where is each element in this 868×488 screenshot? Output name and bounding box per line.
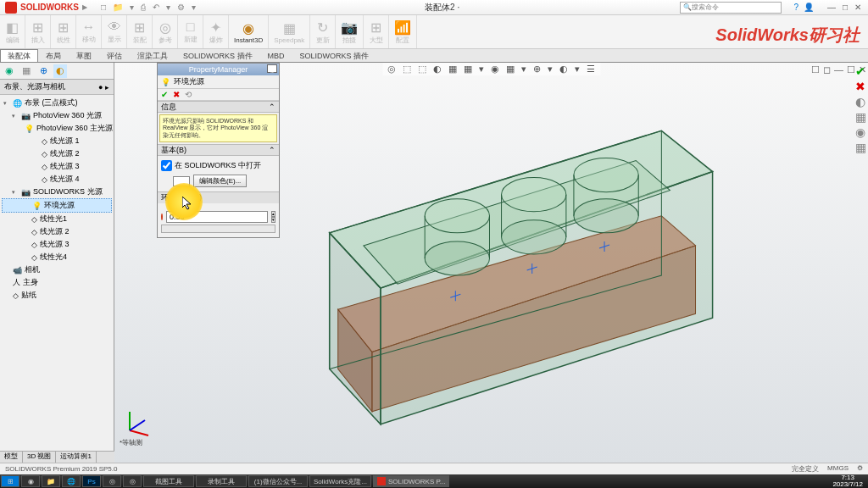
taskbar-app[interactable]: 🌐 bbox=[62, 475, 81, 487]
pm-section-basic[interactable]: 基本(B)⌃ bbox=[158, 144, 279, 156]
tab-sketch[interactable]: 草图 bbox=[69, 49, 99, 62]
tree-node[interactable]: ◇贴纸 bbox=[2, 289, 112, 302]
ribbon-instant3d[interactable]: ◉Instant3D bbox=[229, 15, 269, 48]
tree-node[interactable]: 人主身 bbox=[2, 276, 112, 289]
tree-node[interactable]: ◇线光源 2 bbox=[2, 147, 112, 160]
tree-node[interactable]: ▾🌐布景 (三点模式) bbox=[2, 97, 112, 109]
tree-node[interactable]: ◇线光源 3 bbox=[2, 238, 112, 251]
fp-tab-render-icon[interactable]: ◐ bbox=[53, 64, 67, 78]
search-input[interactable]: 🔍 搜索命令 bbox=[680, 2, 782, 14]
tree-node[interactable]: ▾📷PhotoView 360 光源 bbox=[2, 109, 112, 122]
panel-menu-icon[interactable]: ● ▸ bbox=[98, 83, 109, 92]
qat-new-icon[interactable]: □ bbox=[101, 3, 106, 12]
qat-open-icon[interactable]: 📁 bbox=[113, 3, 123, 12]
tab-addins[interactable]: SOLIDWORKS 插件 bbox=[175, 49, 260, 62]
tree-node[interactable]: ◇线光源 2 bbox=[2, 225, 112, 238]
tab-mbd[interactable]: MBD bbox=[260, 49, 292, 62]
qat-save-icon[interactable]: ▾ bbox=[130, 3, 134, 12]
fp-tab-display-icon[interactable]: ⊕ bbox=[36, 64, 50, 78]
svg-point-9 bbox=[425, 199, 489, 233]
pm-cancel-button[interactable]: ✖ bbox=[173, 90, 180, 99]
pm-pin-icon[interactable]: ⟂ bbox=[267, 64, 277, 73]
maximize-icon[interactable]: □ bbox=[843, 3, 848, 12]
minimize-icon[interactable]: — bbox=[827, 3, 836, 12]
ambient-value-input[interactable] bbox=[166, 211, 268, 223]
tree-node[interactable]: 💡PhotoView 360 主光源 bbox=[2, 122, 112, 135]
fp-tab-config-icon[interactable]: ▦ bbox=[19, 64, 33, 78]
qat-more-icon[interactable]: ▾ bbox=[192, 3, 196, 12]
close-icon[interactable]: ✕ bbox=[854, 3, 861, 12]
pm-section-info[interactable]: 信息⌃ bbox=[158, 101, 279, 113]
command-tabs: 装配体 布局 草图 评估 渲染工具 SOLIDWORKS 插件 MBD SOLI… bbox=[0, 49, 868, 63]
tab-render[interactable]: 渲染工具 bbox=[130, 49, 175, 62]
bottom-tab-motion[interactable]: 运动算例1 bbox=[56, 452, 96, 463]
qat-undo-icon[interactable]: ↶ bbox=[153, 3, 159, 12]
watermark-text: SolidWorks研习社 bbox=[715, 24, 860, 47]
3d-viewport[interactable]: ◎⬚⬚◐▦▦▾◉▦▾⊕▾◐▾☰ ☐ ◻ — ☐ ✕ ✔ ✖ ◐ ▦ ◉ ▦ bbox=[114, 63, 868, 463]
tree-node[interactable]: ◇线光源 4 bbox=[2, 173, 112, 186]
pm-ok-button[interactable]: ✔ bbox=[161, 90, 168, 99]
edit-color-button[interactable]: 编辑颜色(E)... bbox=[193, 175, 247, 187]
tree-node[interactable]: ◇线光源 3 bbox=[2, 160, 112, 173]
svg-line-28 bbox=[130, 420, 145, 430]
taskbar-app[interactable]: (1)微信公众号... bbox=[248, 475, 308, 487]
ribbon-item[interactable]: ⊞线性 bbox=[51, 15, 76, 48]
ribbon-item[interactable]: ↻更新 bbox=[310, 15, 336, 48]
ribbon-item[interactable]: ⊞大型 bbox=[364, 15, 389, 48]
ribbon-item[interactable]: ⊞插入 bbox=[25, 15, 51, 48]
feature-tree[interactable]: ▾🌐布景 (三点模式)▾📷PhotoView 360 光源💡PhotoView … bbox=[0, 95, 114, 463]
windows-taskbar: ⊞ ◉ 📁 🌐 Ps ◎ ◎ 截图工具 录制工具 (1)微信公众号... Sol… bbox=[0, 474, 868, 488]
tree-node[interactable]: 💡环境光源 bbox=[2, 198, 112, 213]
pm-pushpin-icon[interactable]: ⟲ bbox=[185, 90, 192, 99]
feature-panel-header: 布景、光源与相机 ● ▸ bbox=[0, 80, 114, 95]
tab-addins2[interactable]: SOLIDWORKS 插件 bbox=[292, 49, 377, 62]
taskbar-app[interactable]: ◎ bbox=[123, 475, 142, 487]
fp-tab-feature-icon[interactable]: ◉ bbox=[3, 64, 16, 78]
tree-node[interactable]: ◇线光源 1 bbox=[2, 135, 112, 147]
bottom-tab-3dview[interactable]: 3D 视图 bbox=[23, 452, 56, 463]
taskbar-app[interactable]: Ps bbox=[82, 475, 101, 487]
system-clock[interactable]: 7:13 2023/7/12 bbox=[827, 474, 868, 488]
app-menu-dropdown[interactable]: ▶ bbox=[82, 3, 87, 11]
checkbox-icon[interactable] bbox=[161, 160, 172, 171]
taskbar-app[interactable]: ◉ bbox=[21, 475, 40, 487]
ribbon-item[interactable]: ⊞装配 bbox=[127, 15, 153, 48]
qat-settings-icon[interactable]: ⚙ bbox=[177, 3, 185, 12]
ribbon-item[interactable]: ◎参考 bbox=[153, 15, 178, 48]
ribbon-item[interactable]: 👁显示 bbox=[102, 15, 127, 48]
qat-print-icon[interactable]: ⎙ bbox=[141, 3, 146, 12]
tab-layout[interactable]: 布局 bbox=[38, 49, 69, 62]
taskbar-app[interactable]: ◎ bbox=[103, 475, 121, 487]
help-icon[interactable]: ? bbox=[793, 3, 798, 12]
ribbon-item[interactable]: ▦Speedpak bbox=[269, 15, 310, 48]
ribbon-item[interactable]: ↔移动 bbox=[76, 15, 102, 48]
start-button[interactable]: ⊞ bbox=[1, 475, 19, 487]
ribbon-item[interactable]: ◧编辑 bbox=[0, 15, 25, 48]
bottom-tab-model[interactable]: 模型 bbox=[0, 452, 23, 463]
pm-open-in-sw-checkbox[interactable]: 在 SOLIDWORKS 中打开 bbox=[161, 158, 275, 173]
pm-section-ambient[interactable]: 环境光源(A) bbox=[158, 191, 279, 203]
view-triad[interactable] bbox=[123, 403, 157, 437]
tab-assembly[interactable]: 装配体 bbox=[0, 49, 38, 62]
taskbar-app[interactable]: SolidWorks克隆... bbox=[309, 475, 371, 487]
taskbar-solidworks[interactable]: SOLIDWORKS P... bbox=[373, 475, 449, 487]
tab-evaluate[interactable]: 评估 bbox=[99, 49, 130, 62]
tree-node[interactable]: ◇线性光1 bbox=[2, 213, 112, 225]
user-icon[interactable]: 👤 bbox=[804, 3, 814, 12]
ambient-slider[interactable] bbox=[161, 225, 275, 233]
help-icons: ? 👤 bbox=[787, 3, 821, 12]
taskbar-app[interactable]: 📁 bbox=[42, 475, 60, 487]
tree-node[interactable]: ▾📷SOLIDWORKS 光源 bbox=[2, 186, 112, 198]
status-icon[interactable]: ⚙ bbox=[857, 464, 863, 474]
taskbar-app[interactable]: 截图工具 bbox=[143, 475, 194, 487]
ribbon-item[interactable]: ✦爆炸 bbox=[203, 15, 229, 48]
qat-redo-icon[interactable]: ▾ bbox=[166, 3, 170, 12]
ribbon-item[interactable]: □新建 bbox=[178, 15, 203, 48]
value-spinner[interactable]: ▴▾ bbox=[271, 211, 275, 223]
taskbar-app[interactable]: 录制工具 bbox=[196, 475, 247, 487]
status-units[interactable]: MMGS bbox=[827, 464, 849, 474]
ribbon-item[interactable]: 📷拍摄 bbox=[336, 15, 364, 48]
ribbon-item[interactable]: 📶配置 bbox=[389, 15, 417, 48]
tree-node[interactable]: 📹相机 bbox=[2, 263, 112, 276]
tree-node[interactable]: ◇线性光4 bbox=[2, 251, 112, 263]
